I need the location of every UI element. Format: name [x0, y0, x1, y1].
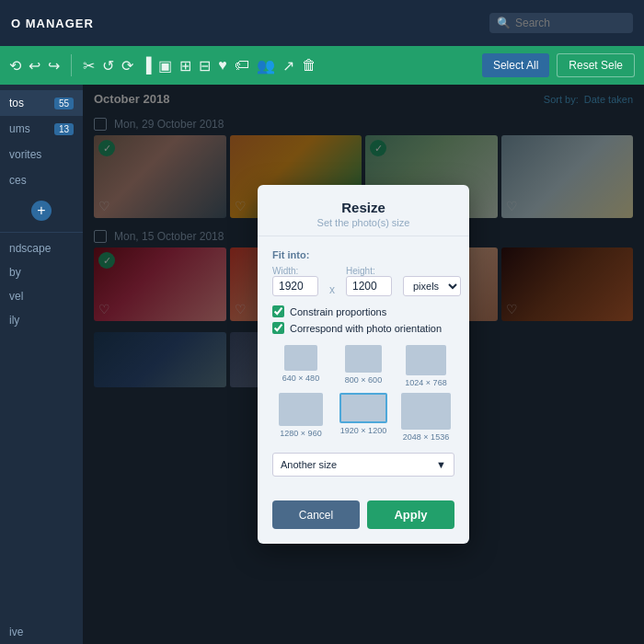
modal-overlay: Resize Set the photo(s) size Fit into: W…	[83, 85, 644, 644]
orientation-checkbox[interactable]	[272, 322, 284, 334]
preset-1024[interactable]: 1024 × 768	[397, 345, 454, 387]
sidebar-devices-label: ces	[9, 174, 27, 187]
modal-footer: Cancel Apply	[258, 500, 469, 544]
top-bar: O MANAGER 🔍	[0, 0, 644, 46]
search-box[interactable]: 🔍	[489, 13, 633, 33]
width-input[interactable]	[272, 276, 318, 296]
preset-2048[interactable]: 2048 × 1536	[397, 393, 454, 442]
fit-label: Fit into:	[272, 249, 454, 260]
sidebar-album-travel[interactable]: vel	[0, 284, 83, 308]
adjust-icon[interactable]: ▐	[141, 57, 151, 74]
height-label: Height:	[346, 266, 392, 276]
preset-800[interactable]: 800 × 600	[335, 345, 392, 387]
modal-header: Resize Set the photo(s) size	[258, 185, 469, 236]
preset-box-1920[interactable]	[339, 393, 387, 423]
chevron-down-icon: ▼	[436, 459, 446, 470]
sidebar-item-devices[interactable]: ces	[0, 167, 83, 193]
orientation-row: Correspond with photo orientation	[272, 322, 454, 334]
sidebar: tos 55 ums 13 vorites ces + ndscape by v…	[0, 85, 83, 644]
sidebar-album-family[interactable]: ily	[0, 308, 83, 332]
crop-icon[interactable]: ✂	[83, 57, 95, 75]
restore-icon[interactable]: ↺	[102, 57, 114, 75]
another-size-label: Another size	[281, 459, 337, 470]
cancel-button[interactable]: Cancel	[272, 500, 360, 529]
album-baby-label: by	[9, 266, 21, 279]
preset-label-1920: 1920 × 1200	[340, 426, 386, 435]
orientation-label: Correspond with photo orientation	[290, 323, 442, 334]
preset-label-640: 640 × 480	[282, 374, 319, 383]
delete-icon[interactable]: 🗑	[302, 57, 316, 74]
add-album-button[interactable]: +	[31, 201, 52, 221]
preset-label-800: 800 × 600	[345, 375, 382, 385]
apply-button[interactable]: Apply	[367, 500, 454, 529]
sidebar-item-favorites[interactable]: vorites	[0, 142, 83, 167]
modal-body: Fit into: Width: x Height: p	[258, 236, 469, 500]
height-input[interactable]	[346, 276, 392, 296]
constrain-label: Constrain proportions	[290, 306, 386, 317]
collage-icon[interactable]: ⊟	[199, 57, 211, 75]
preset-1280[interactable]: 1280 × 960	[272, 393, 329, 442]
sidebar-archive[interactable]: ive	[0, 620, 83, 644]
toolbar-separator-1	[71, 54, 72, 76]
resize-icon[interactable]: ⊞	[179, 57, 191, 75]
another-size-dropdown[interactable]: Another size ▼	[272, 453, 454, 477]
reset-selection-button[interactable]: Reset Sele	[557, 53, 635, 77]
unit-select[interactable]: pixels	[403, 276, 461, 296]
tag-icon[interactable]: 🏷	[235, 57, 249, 74]
sidebar-photos-badge: 55	[54, 98, 74, 109]
sidebar-albums-label: ums	[9, 122, 30, 135]
people-icon[interactable]: 👥	[257, 57, 275, 75]
heart-icon[interactable]: ♥	[218, 57, 227, 74]
resize-modal: Resize Set the photo(s) size Fit into: W…	[258, 185, 469, 544]
sidebar-album-baby[interactable]: by	[0, 260, 83, 284]
sidebar-item-photos[interactable]: tos 55	[0, 90, 83, 116]
sidebar-add-album[interactable]: +	[0, 193, 83, 228]
presets-grid: 640 × 480 800 × 600 1024 × 768 1280	[272, 345, 454, 442]
redo-icon[interactable]: ↪	[48, 57, 60, 75]
select-all-button[interactable]: Select All	[482, 53, 549, 77]
preset-box-1280[interactable]	[279, 393, 323, 426]
preset-label-2048: 2048 × 1536	[403, 432, 449, 442]
sidebar-item-albums[interactable]: ums 13	[0, 116, 83, 142]
times-icon: x	[329, 283, 335, 296]
app-title: O MANAGER	[11, 17, 94, 30]
toolbar: ⟲ ↩ ↪ ✂ ↺ ⟳ ▐ ▣ ⊞ ⊟ ♥ 🏷 👥 ↗ 🗑 Select All…	[0, 46, 644, 85]
undo-icon[interactable]: ↩	[29, 57, 40, 75]
preset-box-2048[interactable]	[401, 393, 451, 430]
rotate-icon[interactable]: ⟲	[9, 57, 21, 75]
search-icon: 🔍	[497, 17, 511, 29]
preset-box-640[interactable]	[284, 345, 317, 371]
constrain-row: Constrain proportions	[272, 305, 454, 317]
preset-label-1280: 1280 × 960	[280, 429, 321, 438]
preset-label-1024: 1024 × 768	[405, 378, 446, 387]
sidebar-photos-label: tos	[9, 97, 24, 109]
preset-1920[interactable]: 1920 × 1200	[335, 393, 392, 442]
content-area: October 2018 Sort by: Date taken Mon, 29…	[83, 85, 644, 644]
sidebar-favorites-label: vorites	[9, 148, 41, 161]
preset-box-1024[interactable]	[406, 345, 446, 375]
refresh-icon[interactable]: ⟳	[121, 57, 133, 75]
search-input[interactable]	[515, 17, 626, 29]
preset-640[interactable]: 640 × 480	[272, 345, 329, 387]
modal-subtitle: Set the photo(s) size	[272, 217, 454, 228]
sidebar-albums-badge: 13	[54, 123, 74, 135]
toolbar-actions: Select All Reset Sele	[482, 53, 635, 77]
sidebar-album-landscape[interactable]: ndscape	[0, 236, 83, 260]
modal-title: Resize	[272, 200, 454, 215]
album-landscape-label: ndscape	[9, 242, 51, 255]
constrain-checkbox[interactable]	[272, 305, 284, 317]
width-label: Width:	[272, 266, 318, 276]
album-travel-label: vel	[9, 290, 23, 303]
sidebar-divider	[0, 232, 83, 233]
export-icon[interactable]: ↗	[282, 57, 294, 75]
main-layout: tos 55 ums 13 vorites ces + ndscape by v…	[0, 85, 644, 644]
archive-label: ive	[9, 626, 23, 638]
album-family-label: ily	[9, 314, 19, 327]
preset-box-800[interactable]	[345, 345, 382, 373]
frame-icon[interactable]: ▣	[158, 57, 172, 75]
